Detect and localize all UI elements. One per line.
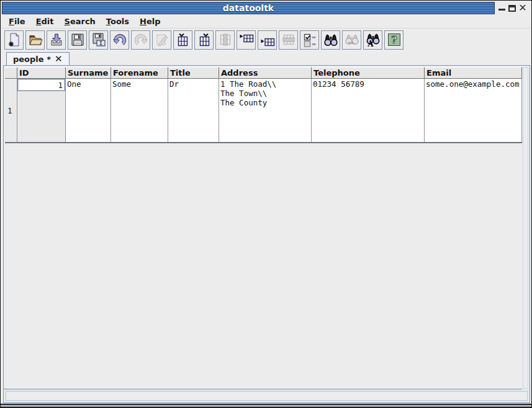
remove-row-button[interactable]: [279, 30, 298, 50]
new-file-button[interactable]: [4, 30, 24, 50]
tab-close-icon[interactable]: ✕: [55, 55, 63, 64]
cell-id[interactable]: 1: [17, 79, 66, 142]
redo-icon: [133, 32, 148, 47]
cell-telephone[interactable]: 01234 56789: [312, 79, 425, 142]
maximize-icon: [508, 5, 516, 12]
table-header-row: ID Surname Forename Title Address Teleph…: [5, 67, 522, 79]
table-row: 1 1 One Some Dr 1 The Road\\ The Town\\ …: [5, 79, 522, 143]
undo-button[interactable]: [110, 30, 129, 50]
find-button[interactable]: [321, 30, 340, 50]
cell-address[interactable]: 1 The Road\\ The Town\\ The County: [219, 79, 312, 142]
remove-column-icon: [218, 32, 233, 47]
vertical-scrollbar[interactable]: [523, 67, 528, 389]
find-next-button[interactable]: [342, 30, 361, 50]
menu-edit[interactable]: Edit: [36, 17, 54, 26]
minimize-button[interactable]: [497, 4, 506, 12]
column-header-email[interactable]: Email: [425, 67, 522, 79]
save-icon: [70, 32, 85, 47]
id-cell-editor[interactable]: 1: [17, 79, 65, 91]
menu-help[interactable]: Help: [140, 17, 160, 26]
insert-row-before-button[interactable]: [237, 30, 256, 50]
new-file-icon: [7, 32, 22, 47]
insert-row-before-icon: [239, 32, 254, 47]
maximize-button[interactable]: [508, 4, 516, 12]
column-header-surname[interactable]: Surname: [66, 67, 111, 79]
insert-column-after-icon: [197, 32, 212, 47]
window-title: datatooltk: [223, 4, 274, 12]
column-header-title[interactable]: Title: [168, 67, 219, 79]
set-null-icon: [302, 32, 317, 47]
insert-column-before-icon: [176, 32, 191, 47]
remove-row-icon: [281, 32, 296, 47]
toolbar: A ?: [1, 29, 531, 50]
close-button[interactable]: ✕: [518, 4, 527, 12]
menu-tools[interactable]: Tools: [106, 17, 129, 26]
horizontal-scrollbar[interactable]: [5, 391, 528, 401]
save-as-button[interactable]: [89, 30, 108, 50]
tabstrip: people * ✕: [1, 50, 531, 65]
menu-file[interactable]: File: [9, 17, 25, 26]
address-line: The Town\\: [220, 89, 310, 98]
find-next-icon: [345, 32, 359, 47]
remove-column-button[interactable]: [215, 30, 235, 50]
window-bottom-frame: [1, 403, 531, 407]
cell-surname[interactable]: One: [66, 79, 111, 142]
column-header-telephone[interactable]: Telephone: [312, 67, 425, 79]
redo-button[interactable]: [131, 30, 150, 50]
row-header-cell[interactable]: 1: [5, 79, 17, 142]
svg-text:A: A: [367, 40, 374, 47]
cell-forename[interactable]: Some: [111, 79, 168, 142]
save-button[interactable]: [68, 30, 87, 50]
help-button[interactable]: ?: [384, 30, 404, 50]
open-file-button[interactable]: [25, 30, 45, 50]
app-window: datatooltk ✕ File Edit Search Tools Help: [0, 0, 532, 408]
insert-row-after-button[interactable]: [258, 30, 277, 50]
column-header-id[interactable]: ID: [17, 67, 66, 79]
column-header-forename[interactable]: Forename: [111, 67, 168, 79]
find-replace-button[interactable]: A: [363, 30, 382, 50]
titlebar: datatooltk ✕: [1, 1, 531, 15]
open-file-icon: [28, 32, 43, 47]
find-replace-icon: A: [366, 32, 381, 47]
content-panel: ID Surname Forename Title Address Teleph…: [3, 65, 530, 403]
tab-people[interactable]: people * ✕: [6, 52, 70, 65]
tab-label: people *: [13, 55, 51, 64]
corner-header-cell: [5, 67, 17, 79]
undo-icon: [112, 32, 127, 47]
set-null-button[interactable]: [300, 30, 319, 50]
save-as-icon: [91, 32, 106, 47]
data-table: ID Surname Forename Title Address Teleph…: [5, 67, 522, 143]
menu-search[interactable]: Search: [65, 17, 96, 26]
window-controls: ✕: [495, 1, 531, 15]
cell-email[interactable]: some.one@example.com: [425, 79, 522, 142]
insert-row-after-icon: [260, 32, 275, 47]
minimize-icon: [498, 9, 505, 11]
titlebar-drag-area[interactable]: datatooltk: [2, 2, 495, 14]
import-button[interactable]: [47, 30, 66, 50]
help-icon: ?: [387, 32, 402, 47]
address-line: 1 The Road\\: [220, 79, 310, 89]
insert-column-after-button[interactable]: [194, 30, 214, 50]
edit-cell-icon: [155, 32, 169, 47]
menubar: File Edit Search Tools Help: [1, 15, 531, 29]
close-icon: ✕: [518, 3, 526, 13]
import-icon: [49, 32, 64, 47]
address-line: The County: [220, 98, 310, 107]
svg-text:?: ?: [391, 34, 397, 46]
edit-cell-button[interactable]: [152, 30, 171, 50]
find-icon: [323, 32, 338, 47]
column-header-address[interactable]: Address: [219, 67, 312, 79]
cell-title[interactable]: Dr: [168, 79, 219, 142]
table-viewport: ID Surname Forename Title Address Teleph…: [4, 66, 522, 389]
insert-column-before-button[interactable]: [173, 30, 192, 50]
